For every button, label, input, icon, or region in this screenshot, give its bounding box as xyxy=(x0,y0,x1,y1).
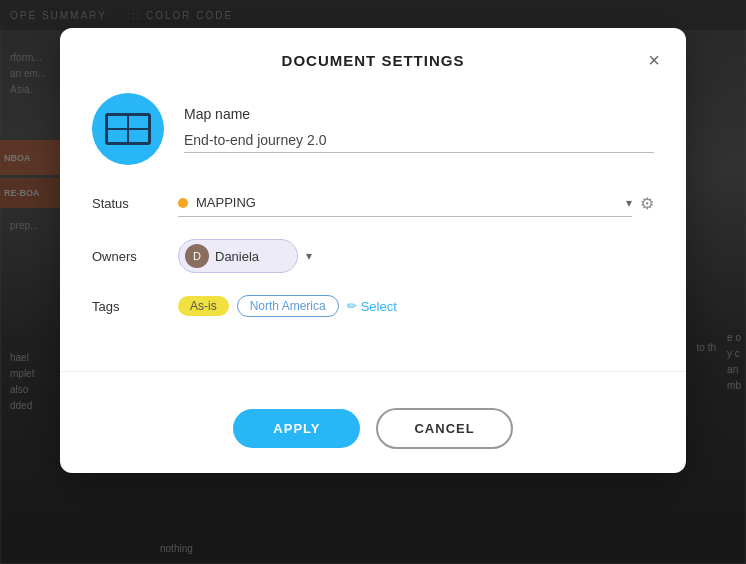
owners-dropdown[interactable]: D Daniela xyxy=(178,239,298,273)
modal-title: DOCUMENT SETTINGS xyxy=(282,52,465,69)
status-dropdown-arrow: ▾ xyxy=(626,196,632,210)
select-tags-button[interactable]: ✏ Select xyxy=(347,299,397,314)
owners-control: D Daniela ▾ xyxy=(178,239,654,273)
status-dropdown[interactable]: MAPPING ▾ xyxy=(178,189,632,217)
tags-row: Tags As-is North America ✏ Select xyxy=(92,295,654,317)
cancel-button[interactable]: CANCEL xyxy=(376,408,512,449)
status-label: Status xyxy=(92,196,162,211)
status-control: MAPPING ▾ ⚙ xyxy=(178,189,654,217)
settings-gear-icon[interactable]: ⚙ xyxy=(640,194,654,213)
map-icon-circle xyxy=(92,93,164,165)
modal-header: DOCUMENT SETTINGS × xyxy=(60,28,686,85)
status-row: Status MAPPING ▾ ⚙ xyxy=(92,189,654,217)
owners-expand-arrow[interactable]: ▾ xyxy=(306,249,312,263)
owners-row: Owners D Daniela ▾ xyxy=(92,239,654,273)
tag-north-america[interactable]: North America xyxy=(237,295,339,317)
map-name-label: Map name xyxy=(184,106,654,122)
modal-divider xyxy=(60,371,686,372)
map-grid-icon xyxy=(105,113,151,145)
document-settings-modal: DOCUMENT SETTINGS × Map name Status MAPP… xyxy=(60,28,686,473)
tags-label: Tags xyxy=(92,299,162,314)
tags-control: As-is North America ✏ Select xyxy=(178,295,654,317)
tag-asis[interactable]: As-is xyxy=(178,296,229,316)
status-row-inner: MAPPING ▾ ⚙ xyxy=(178,189,654,217)
map-name-input[interactable] xyxy=(184,128,654,153)
owners-wrapper: D Daniela ▾ xyxy=(178,239,654,273)
tags-wrapper: As-is North America ✏ Select xyxy=(178,295,654,317)
map-name-fields: Map name xyxy=(184,106,654,153)
modal-body: Map name Status MAPPING ▾ ⚙ Owners xyxy=(60,85,686,363)
edit-icon: ✏ xyxy=(347,299,357,313)
owner-avatar: D xyxy=(185,244,209,268)
status-dot xyxy=(178,198,188,208)
status-text: MAPPING xyxy=(196,195,618,210)
apply-button[interactable]: APPLY xyxy=(233,409,360,448)
modal-close-button[interactable]: × xyxy=(642,48,666,72)
owner-name: Daniela xyxy=(215,249,259,264)
map-name-row: Map name xyxy=(92,93,654,165)
select-label: Select xyxy=(361,299,397,314)
modal-footer: APPLY CANCEL xyxy=(60,392,686,473)
owners-label: Owners xyxy=(92,249,162,264)
